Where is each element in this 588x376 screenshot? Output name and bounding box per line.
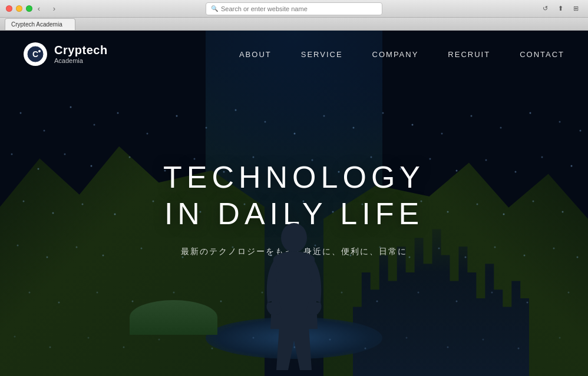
reload-button[interactable]: ↺ — [539, 2, 551, 15]
share-button[interactable]: ⬆ — [554, 2, 567, 15]
sidebar-toggle[interactable]: ⊞ — [569, 2, 582, 15]
navbar: C Cryptech Academia ABOUT SERVICE COMPAN… — [0, 31, 588, 78]
svg-text:C: C — [32, 49, 38, 59]
forward-button[interactable]: › — [48, 4, 61, 14]
active-tab[interactable]: Cryptech Academia — [5, 18, 75, 30]
tab-bar: Cryptech Academia — [0, 18, 588, 31]
browser-right-controls: ↺ ⬆ ⊞ — [539, 2, 582, 15]
svg-point-107 — [281, 223, 307, 252]
nav-item-about[interactable]: ABOUT — [239, 50, 272, 59]
website-content: C Cryptech Academia ABOUT SERVICE COMPAN… — [0, 31, 588, 376]
maximize-button[interactable] — [26, 5, 32, 12]
hero-title-line1: TECHNOLOGY — [163, 159, 425, 195]
nav-item-recruit[interactable]: RECRUIT — [448, 50, 490, 59]
logo-icon: C — [24, 42, 47, 66]
dome-structure — [130, 300, 218, 335]
tab-label: Cryptech Academia — [11, 21, 62, 28]
logo-text: Cryptech Academia — [54, 43, 108, 65]
logo-sub: Academia — [54, 57, 108, 65]
search-icon: 🔍 — [211, 5, 218, 12]
person-silhouette — [256, 211, 332, 376]
url-input[interactable] — [221, 5, 377, 12]
browser-nav-controls: ‹ › — [32, 4, 61, 14]
nav-item-company[interactable]: COMPANY — [372, 50, 419, 59]
back-button[interactable]: ‹ — [32, 4, 45, 14]
browser-chrome: ‹ › 🔍 ↺ ⬆ ⊞ — [0, 0, 588, 18]
logo-name: Cryptech — [54, 43, 108, 57]
svg-point-111 — [38, 50, 41, 52]
minimize-button[interactable] — [16, 5, 22, 12]
nav-item-contact[interactable]: CONTACT — [520, 50, 564, 59]
nav-menu: ABOUT SERVICE COMPANY RECRUIT CONTACT — [239, 50, 564, 59]
close-button[interactable] — [6, 5, 12, 12]
address-bar[interactable]: 🔍 — [206, 2, 382, 15]
traffic-lights — [6, 5, 32, 12]
nav-item-service[interactable]: SERVICE — [301, 50, 343, 59]
logo[interactable]: C Cryptech Academia — [24, 42, 108, 66]
